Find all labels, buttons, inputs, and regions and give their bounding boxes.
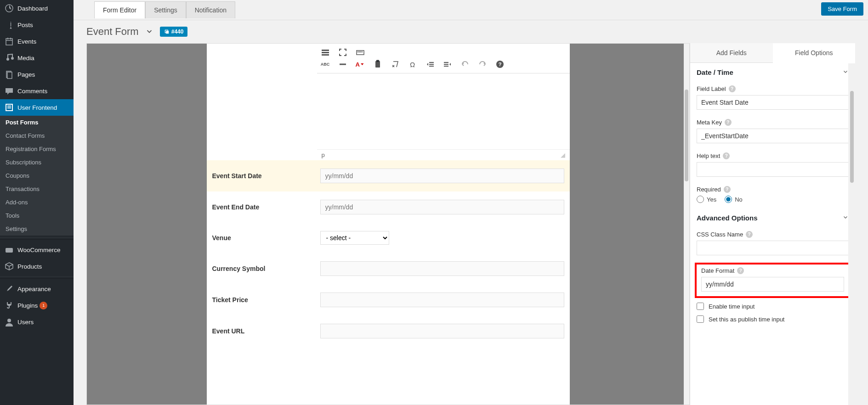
- submenu-addons[interactable]: Add-ons: [0, 196, 74, 209]
- menu-woocommerce[interactable]: WooCommerce: [0, 242, 74, 258]
- clear-format-icon[interactable]: [391, 60, 400, 69]
- help-icon[interactable]: ?: [737, 267, 744, 274]
- submenu-transactions[interactable]: Transactions: [0, 182, 74, 196]
- svg-rect-22: [376, 60, 379, 62]
- submenu-settings[interactable]: Settings: [0, 222, 74, 236]
- field-select[interactable]: - select -: [320, 231, 389, 245]
- submenu-coupons[interactable]: Coupons: [0, 169, 74, 182]
- menu-posts[interactable]: Posts: [0, 17, 74, 33]
- outdent-icon[interactable]: [425, 60, 435, 69]
- preview-scroll[interactable]: ABC A Ω ?: [87, 44, 689, 405]
- form-id-text: #440: [171, 28, 184, 35]
- submenu-registration-forms[interactable]: Registration Forms: [0, 142, 74, 156]
- menu-products[interactable]: Products: [0, 258, 74, 275]
- form-field-row[interactable]: Venue- select -: [207, 223, 570, 253]
- form-field-row[interactable]: Event URL: [207, 315, 570, 347]
- tab-settings[interactable]: Settings: [145, 1, 186, 18]
- field-input[interactable]: [320, 169, 564, 183]
- help-icon[interactable]: ?: [725, 119, 732, 126]
- svg-point-3: [11, 57, 14, 60]
- menu-plugins[interactable]: Plugins1: [0, 297, 74, 314]
- form-field-row[interactable]: Event End Date: [207, 191, 570, 223]
- fullscreen-icon[interactable]: [338, 48, 347, 57]
- submenu-subscriptions[interactable]: Subscriptions: [0, 156, 74, 169]
- meta-key-input[interactable]: [697, 129, 849, 143]
- keyboard-icon[interactable]: [356, 48, 365, 57]
- help-icon[interactable]: ?: [724, 186, 731, 193]
- required-no[interactable]: No: [725, 196, 743, 203]
- field-input[interactable]: [320, 200, 564, 214]
- field-label: Currency Symbol: [212, 265, 311, 272]
- form-field-row[interactable]: Event Start Date: [207, 160, 570, 191]
- submenu-post-forms[interactable]: Post Forms: [0, 116, 74, 129]
- menu-label: Comments: [17, 88, 47, 95]
- text-color-icon[interactable]: A: [356, 60, 365, 69]
- form-field-row[interactable]: Currency Symbol: [207, 253, 570, 284]
- strikethrough-icon[interactable]: ABC: [321, 60, 330, 69]
- help-icon[interactable]: ?: [723, 152, 730, 159]
- table-icon[interactable]: [321, 48, 330, 57]
- enable-time-check[interactable]: Enable time input: [690, 300, 855, 313]
- save-form-button[interactable]: Save Form: [821, 2, 863, 16]
- menu-label: Plugins: [17, 302, 38, 309]
- menu-appearance[interactable]: Appearance: [0, 281, 74, 297]
- special-char-icon[interactable]: Ω: [408, 60, 417, 69]
- resize-grip-icon[interactable]: ◢: [561, 152, 565, 158]
- tab-field-options[interactable]: Field Options: [773, 43, 856, 63]
- menu-user-frontend[interactable]: User Frontend: [0, 99, 74, 116]
- submenu-tools[interactable]: Tools: [0, 209, 74, 222]
- submenu-contact-forms[interactable]: Contact Forms: [0, 129, 74, 142]
- tab-add-fields[interactable]: Add Fields: [690, 43, 773, 63]
- menu-users[interactable]: Users: [0, 314, 74, 330]
- chevron-down-icon[interactable]: [145, 27, 153, 37]
- help-icon[interactable]: ?: [746, 231, 753, 238]
- css-class-input[interactable]: [697, 241, 849, 255]
- separator: [0, 276, 74, 279]
- section-date-time[interactable]: Date / Time: [690, 63, 855, 82]
- preview-scrollbar[interactable]: [684, 44, 689, 405]
- indent-icon[interactable]: [443, 60, 452, 69]
- help-icon[interactable]: ?: [729, 85, 736, 92]
- menu-comments[interactable]: Comments: [0, 83, 74, 99]
- section-advanced[interactable]: Advanced Options: [690, 208, 855, 227]
- editor-body[interactable]: [317, 73, 570, 149]
- option-label-text: Help text: [697, 152, 720, 159]
- menu-pages[interactable]: Pages: [0, 66, 74, 83]
- field-input[interactable]: [320, 324, 564, 338]
- date-format-input[interactable]: [701, 277, 844, 292]
- option-label-text: Meta Key: [697, 119, 722, 126]
- form-id-badge[interactable]: #440: [160, 27, 188, 37]
- field-label: Event End Date: [212, 203, 311, 211]
- field-input[interactable]: [320, 261, 564, 276]
- required-yes[interactable]: Yes: [697, 196, 716, 203]
- opt-help-text: Help text?: [690, 149, 855, 182]
- field-input[interactable]: [320, 292, 564, 307]
- chevron-down-icon: [842, 214, 849, 222]
- svg-rect-9: [6, 248, 13, 253]
- wp-admin-sidebar: Dashboard Posts Events Media Pages Comme…: [0, 0, 74, 405]
- tab-form-editor[interactable]: Form Editor: [94, 1, 145, 18]
- publish-time-check[interactable]: Set this as publish time input: [690, 313, 855, 326]
- field-label-input[interactable]: [697, 95, 849, 110]
- date-format-highlight: Date Format?: [695, 263, 851, 298]
- menu-events[interactable]: Events: [0, 33, 74, 50]
- help-icon[interactable]: ?: [495, 60, 505, 69]
- menu-media[interactable]: Media: [0, 50, 74, 66]
- paste-icon[interactable]: [373, 60, 382, 69]
- svg-point-18: [359, 52, 359, 52]
- redo-icon[interactable]: [478, 60, 487, 69]
- preview-page: ABC A Ω ?: [207, 44, 570, 405]
- separator: [0, 237, 74, 240]
- tab-notification[interactable]: Notification: [186, 1, 235, 18]
- menu-dashboard[interactable]: Dashboard: [0, 0, 74, 17]
- media-icon: [5, 53, 14, 62]
- calendar-icon: [5, 37, 14, 46]
- form-field-row[interactable]: Ticket Price: [207, 284, 570, 315]
- help-text-input[interactable]: [697, 162, 849, 177]
- section-title: Date / Time: [697, 68, 733, 76]
- topbar: Form Editor Settings Notification Save F…: [74, 0, 868, 20]
- hr-icon[interactable]: [338, 60, 347, 69]
- svg-rect-8: [7, 107, 11, 108]
- right-scrollbar[interactable]: [848, 63, 855, 405]
- undo-icon[interactable]: [460, 60, 470, 69]
